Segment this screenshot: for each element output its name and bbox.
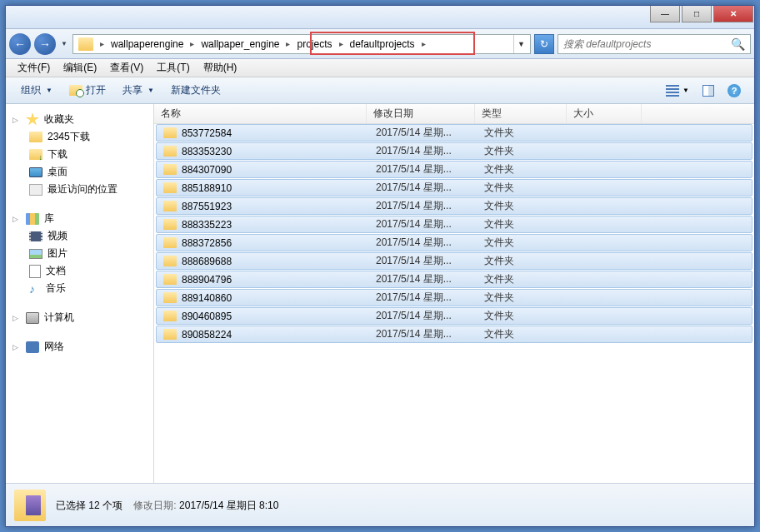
chevron-right-icon[interactable]: ▸ bbox=[97, 39, 108, 48]
breadcrumb-dropdown[interactable]: ▼ bbox=[513, 35, 528, 53]
breadcrumb-seg-0[interactable]: wallpaperengine bbox=[108, 35, 187, 53]
view-mode-button[interactable]: ▼ bbox=[659, 85, 696, 97]
folder-icon bbox=[163, 274, 177, 285]
table-row[interactable]: 8851889102017/5/14 星期...文件夹 bbox=[156, 179, 752, 196]
new-folder-button[interactable]: 新建文件夹 bbox=[162, 83, 229, 97]
column-date[interactable]: 修改日期 bbox=[367, 104, 475, 123]
file-date: 2017/5/14 星期... bbox=[369, 254, 478, 268]
breadcrumb-seg-2[interactable]: projects bbox=[293, 35, 335, 53]
file-date: 2017/5/14 星期... bbox=[369, 181, 478, 195]
network-icon bbox=[26, 341, 39, 353]
music-icon: ♪ bbox=[29, 283, 41, 295]
sidebar-item-music[interactable]: ♪音乐 bbox=[6, 280, 153, 297]
file-name: 889140860 bbox=[182, 292, 232, 304]
star-icon bbox=[26, 113, 39, 127]
sidebar-network[interactable]: ▷网络 bbox=[6, 338, 153, 355]
sidebar-libraries[interactable]: ▷库 bbox=[6, 210, 153, 227]
table-row[interactable]: 8883352232017/5/14 星期...文件夹 bbox=[156, 216, 752, 233]
chevron-right-icon[interactable]: ▸ bbox=[418, 39, 429, 48]
file-date: 2017/5/14 星期... bbox=[369, 144, 478, 158]
menu-file[interactable]: 文件(F) bbox=[11, 61, 57, 75]
close-button[interactable]: ✕ bbox=[713, 6, 753, 22]
refresh-button[interactable]: ↻ bbox=[534, 34, 554, 54]
file-type: 文件夹 bbox=[478, 199, 569, 213]
folder-icon bbox=[163, 329, 177, 340]
column-size[interactable]: 大小 bbox=[567, 104, 642, 123]
folder-icon bbox=[163, 127, 177, 138]
table-row[interactable]: 8908582242017/5/14 星期...文件夹 bbox=[156, 326, 752, 343]
help-button[interactable]: ? bbox=[721, 84, 748, 97]
file-name: 853772584 bbox=[182, 127, 232, 139]
sidebar-item-videos[interactable]: 视频 bbox=[6, 227, 153, 245]
column-name[interactable]: 名称 bbox=[154, 104, 367, 123]
status-text: 已选择 12 个项 修改日期: 2017/5/14 星期日 8:10 bbox=[56, 498, 278, 513]
table-row[interactable]: 8833532302017/5/14 星期...文件夹 bbox=[156, 142, 752, 160]
minimize-button[interactable]: — bbox=[650, 6, 680, 22]
preview-icon bbox=[702, 85, 714, 97]
file-type: 文件夹 bbox=[478, 309, 569, 323]
file-rows: 8537725842017/5/14 星期...文件夹8833532302017… bbox=[154, 124, 754, 343]
chevron-right-icon[interactable]: ▸ bbox=[187, 39, 198, 48]
file-date: 2017/5/14 星期... bbox=[369, 327, 478, 341]
menu-edit[interactable]: 编辑(E) bbox=[57, 61, 103, 75]
preview-pane-button[interactable] bbox=[696, 85, 721, 97]
sidebar-favorites[interactable]: ▷收藏夹 bbox=[6, 111, 153, 128]
column-type[interactable]: 类型 bbox=[475, 104, 567, 123]
document-icon bbox=[29, 265, 41, 278]
file-type: 文件夹 bbox=[478, 144, 569, 158]
forward-button[interactable]: → bbox=[34, 33, 56, 55]
search-box[interactable]: 🔍 bbox=[558, 34, 751, 54]
menu-tools[interactable]: 工具(T) bbox=[150, 61, 196, 75]
file-type: 文件夹 bbox=[478, 217, 569, 231]
file-name: 885188910 bbox=[182, 182, 232, 194]
file-name: 887551923 bbox=[182, 201, 232, 212]
sidebar-item-documents[interactable]: 文档 bbox=[6, 262, 153, 280]
menu-bar: 文件(F) 编辑(E) 查看(V) 工具(T) 帮助(H) bbox=[6, 59, 754, 77]
menu-help[interactable]: 帮助(H) bbox=[197, 61, 244, 75]
share-button[interactable]: 共享▼ bbox=[114, 83, 162, 97]
breadcrumb-seg-3[interactable]: defaultprojects bbox=[347, 35, 418, 53]
file-type: 文件夹 bbox=[478, 291, 569, 305]
address-bar: ← → ▼ ▸ wallpaperengine ▸ wallpaper_engi… bbox=[6, 29, 754, 59]
sidebar-item-desktop[interactable]: 桌面 bbox=[6, 163, 153, 181]
file-name: 883353230 bbox=[182, 146, 232, 157]
file-type: 文件夹 bbox=[478, 126, 569, 140]
sidebar-item-2345[interactable]: 2345下载 bbox=[6, 128, 153, 146]
downloads-icon bbox=[29, 149, 42, 160]
table-row[interactable]: 8875519232017/5/14 星期...文件夹 bbox=[156, 197, 752, 215]
table-row[interactable]: 8891408602017/5/14 星期...文件夹 bbox=[156, 289, 752, 306]
table-row[interactable]: 8843070902017/5/14 星期...文件夹 bbox=[156, 161, 752, 178]
table-row[interactable]: 8883728562017/5/14 星期...文件夹 bbox=[156, 234, 752, 251]
file-type: 文件夹 bbox=[478, 162, 569, 177]
table-row[interactable]: 8904608952017/5/14 星期...文件夹 bbox=[156, 307, 752, 325]
search-icon[interactable]: 🔍 bbox=[731, 37, 745, 51]
menu-view[interactable]: 查看(V) bbox=[103, 61, 150, 75]
sidebar-item-recent[interactable]: 最近访问的位置 bbox=[6, 181, 153, 198]
folder-thumbnail-icon bbox=[14, 490, 46, 521]
organize-button[interactable]: 组织▼ bbox=[12, 83, 61, 97]
file-name: 884307090 bbox=[182, 164, 232, 176]
table-row[interactable]: 8889047962017/5/14 星期...文件夹 bbox=[156, 271, 752, 288]
back-button[interactable]: ← bbox=[9, 33, 31, 55]
chevron-right-icon[interactable]: ▸ bbox=[282, 39, 293, 48]
breadcrumb[interactable]: ▸ wallpaperengine ▸ wallpaper_engine ▸ p… bbox=[72, 34, 531, 54]
sidebar-item-downloads[interactable]: 下载 bbox=[6, 146, 153, 163]
sidebar-computer[interactable]: ▷计算机 bbox=[6, 309, 153, 326]
picture-icon bbox=[29, 249, 42, 259]
file-list: 名称 修改日期 类型 大小 8537725842017/5/14 星期...文件… bbox=[154, 104, 754, 483]
maximize-button[interactable]: □ bbox=[682, 6, 712, 22]
selection-count: 已选择 12 个项 bbox=[56, 500, 122, 511]
chevron-right-icon[interactable]: ▸ bbox=[336, 39, 347, 48]
breadcrumb-seg-1[interactable]: wallpaper_engine bbox=[198, 35, 282, 53]
computer-icon bbox=[26, 312, 39, 324]
table-row[interactable]: 8537725842017/5/14 星期...文件夹 bbox=[156, 124, 752, 142]
open-button[interactable]: 打开 bbox=[61, 83, 114, 97]
folder-icon bbox=[163, 311, 177, 321]
titlebar: — □ ✕ bbox=[6, 6, 754, 29]
sidebar-item-pictures[interactable]: 图片 bbox=[6, 245, 153, 262]
table-row[interactable]: 8886896882017/5/14 星期...文件夹 bbox=[156, 252, 752, 270]
history-dropdown[interactable]: ▼ bbox=[59, 40, 69, 47]
search-input[interactable] bbox=[563, 38, 731, 50]
help-icon: ? bbox=[728, 84, 741, 97]
file-date: 2017/5/14 星期... bbox=[369, 162, 478, 177]
